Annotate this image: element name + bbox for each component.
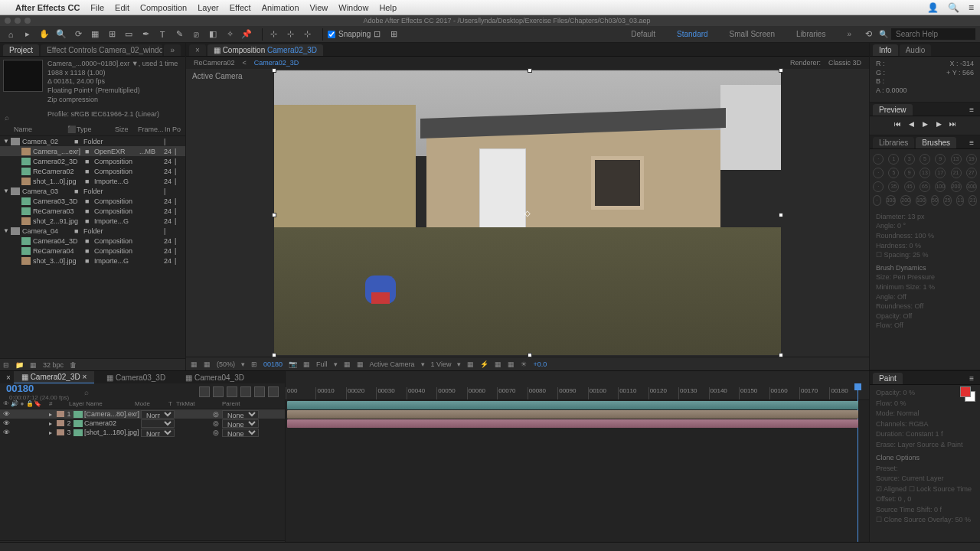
brush-preset[interactable]: 35 <box>888 181 899 192</box>
new-comp-icon[interactable]: ▦ <box>30 361 37 369</box>
layer-bar-3[interactable] <box>287 419 858 428</box>
project-item[interactable]: ▼Camera_03■Folder| <box>0 186 185 196</box>
project-item[interactable]: ReCamera02■Composition24| <box>0 166 185 176</box>
brush-preset-grid[interactable]: ·13591319·5913172127·354565100200300·300… <box>870 149 980 210</box>
current-frame[interactable]: 00180 <box>263 360 283 368</box>
reset-exposure-icon[interactable]: ☀ <box>521 360 527 368</box>
tab-brushes[interactable]: Brushes <box>916 137 956 148</box>
brush-preset[interactable]: 200 <box>951 181 962 192</box>
brush-preset[interactable]: · <box>873 195 881 206</box>
roto-tool[interactable]: ✧ <box>224 28 236 41</box>
timeline-tab-3[interactable]: ▦ Camera04_3D <box>178 372 252 383</box>
workspace-default[interactable]: Default <box>631 30 655 38</box>
brush-preset[interactable]: 300 <box>966 181 977 192</box>
timeline-icon[interactable]: ▦ <box>495 360 501 368</box>
render-queue-icon[interactable]: × <box>3 372 14 383</box>
menu-help[interactable]: Help <box>379 3 397 12</box>
type-tool[interactable]: T <box>156 28 168 41</box>
project-item[interactable]: Camera04_3D■Composition24| <box>0 236 185 246</box>
tab-overflow-icon[interactable]: » <box>164 44 181 56</box>
spotlight-icon[interactable]: 🔍 <box>948 2 959 13</box>
hand-tool[interactable]: ✋ <box>38 28 51 41</box>
home-icon[interactable]: ⌂ <box>5 28 17 41</box>
timeline-tab-1[interactable]: ▦ Camera02_3D × <box>14 371 94 383</box>
breadcrumb-item[interactable]: ReCamera02 <box>194 59 235 67</box>
menu-file[interactable]: File <box>90 3 104 12</box>
timeline-tab-2[interactable]: ▦ Camera03_3D <box>99 372 173 383</box>
project-item[interactable]: shot_2...91.jpg■Importe...G24| <box>0 216 185 226</box>
brush-preset[interactable]: 200 <box>900 195 911 206</box>
brush-preset[interactable]: 100 <box>935 181 946 192</box>
brush-preset[interactable]: 27 <box>966 168 977 178</box>
always-preview-icon[interactable]: ▦ <box>191 360 198 368</box>
toggle-transparency-icon[interactable]: ▦ <box>204 360 211 368</box>
camera-tool[interactable]: ▦ <box>89 28 101 41</box>
close-tab-icon[interactable]: × <box>82 373 87 381</box>
world-axis-icon[interactable]: ⊹ <box>284 28 296 41</box>
grid-icon[interactable]: ▦ <box>357 360 364 368</box>
breadcrumb-item-active[interactable]: Camera02_3D <box>254 59 299 67</box>
hide-shy-icon[interactable] <box>227 386 237 397</box>
brush-preset[interactable]: 9 <box>935 154 946 165</box>
views-dropdown[interactable]: 1 View <box>431 360 452 368</box>
draft3d-icon[interactable] <box>213 386 224 397</box>
timeline-layer-row[interactable]: 👁▸3[shot_1...180].jpg]Normal◎None <box>0 428 285 437</box>
sync-icon[interactable]: ⟲ <box>862 28 874 41</box>
zoom-dropdown[interactable]: (50%) <box>217 360 235 368</box>
panel-menu-icon[interactable]: ≡ <box>966 104 977 116</box>
handle-ml[interactable] <box>272 213 276 217</box>
comp-mini-flowchart-icon[interactable] <box>199 386 210 397</box>
show-channel-icon[interactable]: ▦ <box>303 360 310 368</box>
brush-preset[interactable]: · <box>873 181 884 192</box>
interpret-icon[interactable]: ⊟ <box>3 361 9 369</box>
layer-bar-2[interactable] <box>287 410 858 419</box>
project-search-input[interactable] <box>5 113 181 122</box>
trash-icon[interactable]: 🗑 <box>70 361 77 369</box>
resolution-dropdown[interactable]: Full <box>316 360 328 368</box>
selection-tool[interactable]: ▸ <box>21 28 34 41</box>
tab-layer[interactable]: × <box>189 44 206 56</box>
tab-info[interactable]: Info <box>873 44 898 56</box>
motion-blur-icon[interactable] <box>254 386 265 397</box>
brush-preset[interactable]: 5 <box>920 154 930 165</box>
pen-tool[interactable]: ✒ <box>139 28 152 41</box>
view-axis-icon[interactable]: ⊹ <box>301 28 313 41</box>
project-item[interactable]: shot_3...0].jpg■Importe...G24| <box>0 256 185 266</box>
panel-menu-icon[interactable]: ≡ <box>966 373 977 384</box>
first-frame-button[interactable]: ⏮ <box>893 119 902 129</box>
pixel-aspect-icon[interactable]: ▦ <box>467 360 474 368</box>
handle-bl[interactable] <box>272 353 276 357</box>
bpc-toggle[interactable]: 32 bpc <box>43 361 64 369</box>
app-name[interactable]: After Effects CC <box>15 3 80 12</box>
zoom-tool[interactable]: 🔍 <box>55 28 67 41</box>
paint-color-swatch[interactable] <box>960 386 975 402</box>
panel-menu-icon[interactable]: ≡ <box>966 137 977 148</box>
roi-icon[interactable]: ▦ <box>344 360 351 368</box>
timeline-layer-row[interactable]: 👁▸2Camera02◎None <box>0 419 285 428</box>
brush-preset[interactable]: 3 <box>904 154 915 165</box>
timeline-search-icon[interactable]: ⌕ <box>84 388 89 396</box>
project-item[interactable]: Camera03_3D■Composition24| <box>0 196 185 206</box>
handle-mr[interactable] <box>779 213 783 217</box>
frame-blend-icon[interactable] <box>240 386 251 397</box>
workspace-more-icon[interactable]: » <box>847 30 851 38</box>
tab-paint[interactable]: Paint <box>873 373 903 384</box>
current-timecode[interactable]: 00180 <box>6 383 69 394</box>
tab-libraries[interactable]: Libraries <box>873 137 914 148</box>
brush-preset[interactable]: 13 <box>951 154 962 165</box>
project-item[interactable]: ▼Camera_04■Folder| <box>0 226 185 236</box>
menu-icon[interactable]: ≡ <box>969 2 974 13</box>
clone-tool[interactable]: ⎚ <box>190 28 202 41</box>
timeline-tracks[interactable] <box>286 400 869 551</box>
new-folder-icon[interactable]: 📁 <box>15 361 24 369</box>
snapping-checkbox[interactable]: Snapping <box>328 30 371 38</box>
snap-opt1-icon[interactable]: ⊡ <box>371 28 383 41</box>
menu-window[interactable]: Window <box>338 3 368 12</box>
brush-preset[interactable]: 65 <box>920 181 930 192</box>
timeline-layers[interactable]: 👁▸1[Camera...80].exr]Normal◎None👁▸2Camer… <box>0 409 285 540</box>
play-button[interactable]: ▶ <box>920 119 929 129</box>
rotate-tool[interactable]: ⟳ <box>72 28 84 41</box>
tab-audio[interactable]: Audio <box>900 44 932 56</box>
handle-tr[interactable] <box>779 68 783 73</box>
resolution-icon[interactable]: ⊞ <box>251 360 257 368</box>
